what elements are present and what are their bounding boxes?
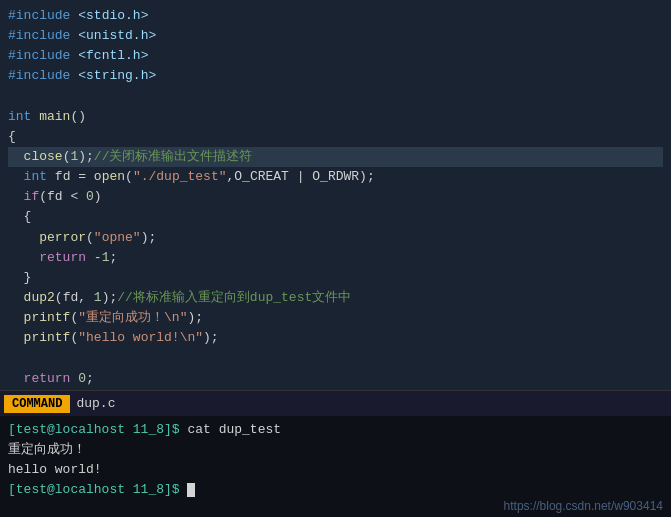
code-line-highlight: close(1);//关闭标准输出文件描述符 (8, 147, 663, 167)
code-line (8, 348, 663, 368)
code-line: #include <string.h> (8, 66, 663, 86)
tab-filename: dup.c (76, 396, 115, 411)
terminal-line-2: 重定向成功！ (8, 440, 663, 460)
code-line: perror("opne"); (8, 228, 663, 248)
terminal-cursor (187, 483, 195, 497)
code-editor: #include <stdio.h> #include <unistd.h> #… (0, 0, 671, 390)
code-line: int main() (8, 107, 663, 127)
code-line: printf("hello world!\n"); (8, 328, 663, 348)
code-line: } (8, 268, 663, 288)
code-line: return 0; (8, 369, 663, 389)
code-line: if(fd < 0) (8, 187, 663, 207)
terminal-tab-bar: COMMAND dup.c (0, 390, 671, 416)
terminal-line-4: [test@localhost 11_8]$ (8, 480, 663, 500)
terminal-line-1: [test@localhost 11_8]$ cat dup_test (8, 420, 663, 440)
code-line: { (8, 207, 663, 227)
terminal-line-3: hello world! (8, 460, 663, 480)
watermark: https://blog.csdn.net/w903414 (504, 499, 663, 513)
code-line: dup2(fd, 1);//将标准输入重定向到dup_test文件中 (8, 288, 663, 308)
code-line: #include <fcntl.h> (8, 46, 663, 66)
code-line: #include <stdio.h> (8, 6, 663, 26)
code-line: printf("重定向成功！\n"); (8, 308, 663, 328)
code-line: #include <unistd.h> (8, 26, 663, 46)
code-line (8, 87, 663, 107)
code-line: return -1; (8, 248, 663, 268)
code-line: { (8, 127, 663, 147)
code-line: int fd = open("./dup_test",O_CREAT | O_R… (8, 167, 663, 187)
terminal-area: [test@localhost 11_8]$ cat dup_test 重定向成… (0, 416, 671, 517)
command-tab[interactable]: COMMAND (4, 395, 70, 413)
